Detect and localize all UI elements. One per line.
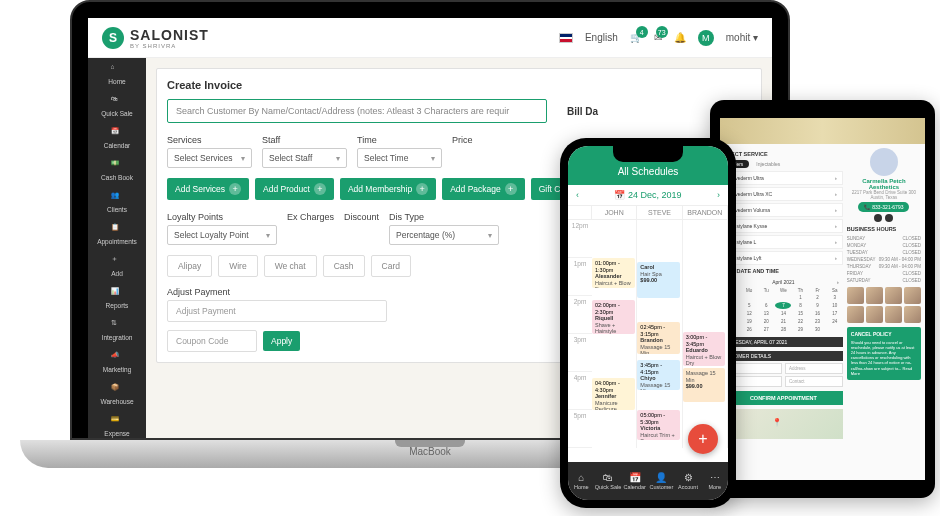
appointment-card[interactable]: 01:00pm - 1:30pmAlexanderHaircut + Blow … bbox=[592, 258, 635, 288]
cal-date[interactable]: 14 bbox=[775, 310, 791, 317]
payment-card[interactable]: Card bbox=[371, 255, 411, 277]
gallery-thumb[interactable] bbox=[904, 287, 921, 304]
time-select[interactable]: Select Time bbox=[357, 148, 442, 168]
gallery-thumb[interactable] bbox=[866, 306, 883, 323]
sidebar-item-warehouse[interactable]: 📦Warehouse bbox=[88, 378, 146, 410]
payment-wechat[interactable]: We chat bbox=[264, 255, 317, 277]
phone-button[interactable]: 📞 833-321-6793 bbox=[858, 202, 909, 212]
tab-more[interactable]: ⋯More bbox=[701, 462, 728, 500]
notifications-icon[interactable]: 🔔 bbox=[674, 32, 686, 43]
gallery-thumb[interactable] bbox=[885, 306, 902, 323]
tab-customer[interactable]: 👤Customer bbox=[648, 462, 675, 500]
cal-date[interactable]: 12 bbox=[741, 310, 757, 317]
cal-date[interactable]: 7 bbox=[775, 302, 791, 309]
customer-address-input[interactable]: Address bbox=[785, 363, 843, 374]
cal-date[interactable]: 1 bbox=[792, 294, 808, 301]
gallery-thumb[interactable] bbox=[866, 287, 883, 304]
cal-date[interactable]: 28 bbox=[775, 326, 791, 333]
cal-date[interactable]: 23 bbox=[810, 318, 826, 325]
tab-quick-sale[interactable]: 🛍Quick Sale bbox=[595, 462, 622, 500]
gallery-thumb[interactable] bbox=[847, 306, 864, 323]
add-product-button[interactable]: Add Product+ bbox=[255, 178, 334, 200]
cal-date[interactable]: 3 bbox=[827, 294, 843, 301]
sidebar-item-appointments[interactable]: 📋Appointments bbox=[88, 218, 146, 250]
service-item[interactable]: Restylane Kysse› bbox=[724, 219, 843, 233]
appointment-card[interactable]: 3:00pm - 3:45pmEduardoHaircut + Blow Dry… bbox=[683, 332, 726, 366]
appointment-card[interactable]: CarolHair Spa$99.00 bbox=[637, 262, 680, 298]
sidebar-item-expense[interactable]: 💳Expense bbox=[88, 410, 146, 438]
date-next-icon[interactable]: › bbox=[717, 190, 720, 200]
coupon-input[interactable]: Coupon Code bbox=[167, 330, 257, 352]
gallery-thumb[interactable] bbox=[904, 306, 921, 323]
cal-date[interactable]: 17 bbox=[827, 310, 843, 317]
cal-date[interactable]: 29 bbox=[792, 326, 808, 333]
adjust-payment-input[interactable]: Adjust Payment bbox=[167, 300, 387, 322]
service-item[interactable]: Restylane Lyft› bbox=[724, 251, 843, 265]
payment-wire[interactable]: Wire bbox=[218, 255, 257, 277]
appointment-card[interactable]: 02:00pm - 2:30pmRiquellShave + Hairstyle… bbox=[592, 300, 635, 334]
sidebar-item-clients[interactable]: 👥Clients bbox=[88, 186, 146, 218]
loyalty-select[interactable]: Select Loyalty Point bbox=[167, 225, 277, 245]
add-membership-button[interactable]: Add Membership+ bbox=[340, 178, 436, 200]
avatar[interactable]: M bbox=[698, 30, 714, 46]
sidebar-item-add[interactable]: ＋Add bbox=[88, 250, 146, 282]
gallery-thumb[interactable] bbox=[847, 287, 864, 304]
calendar-widget[interactable]: ‹April 2021› SuMoTuWeThFrSa 123456789101… bbox=[724, 277, 843, 333]
cal-date[interactable]: 26 bbox=[741, 326, 757, 333]
service-item[interactable]: Juvederm Ultra› bbox=[724, 171, 843, 185]
appointment-card[interactable]: 04:00pm - 4:30pmJenniferManicure Pedicur… bbox=[592, 378, 635, 410]
cal-date[interactable]: 15 bbox=[792, 310, 808, 317]
tab-home[interactable]: ⌂Home bbox=[568, 462, 595, 500]
add-appointment-fab[interactable]: + bbox=[688, 424, 718, 454]
cal-date[interactable]: 24 bbox=[827, 318, 843, 325]
service-item[interactable]: Juvederm Ultra XC› bbox=[724, 187, 843, 201]
cal-date[interactable]: 8 bbox=[792, 302, 808, 309]
sidebar-item-calendar[interactable]: 📅Calendar bbox=[88, 122, 146, 154]
appointment-card[interactable]: 05:00pm - 5:30pmVictoriaHaircut Trim + S… bbox=[637, 410, 680, 440]
sidebar-item-marketing[interactable]: 📣Marketing bbox=[88, 346, 146, 378]
cal-date[interactable]: 6 bbox=[758, 302, 774, 309]
cal-date[interactable]: 2 bbox=[810, 294, 826, 301]
date-prev-icon[interactable]: ‹ bbox=[576, 190, 579, 200]
cart-icon[interactable]: 🛒4 bbox=[630, 32, 642, 43]
add-services-button[interactable]: Add Services+ bbox=[167, 178, 249, 200]
appointment-card[interactable]: 3:45pm - 4:15pmChiyoMassage 15 Min$49.00 bbox=[637, 360, 680, 390]
sidebar-item-reports[interactable]: 📊Reports bbox=[88, 282, 146, 314]
cal-date[interactable]: 5 bbox=[741, 302, 757, 309]
cal-date[interactable]: 27 bbox=[758, 326, 774, 333]
appointment-card[interactable]: 02:45pm - 3:15pmBrandonMassage 15 Min$99… bbox=[637, 322, 680, 354]
instagram-icon[interactable] bbox=[885, 214, 893, 222]
customer-search-input[interactable]: Search Customer By Name/Contact/Address … bbox=[167, 99, 547, 123]
cal-date[interactable]: 13 bbox=[758, 310, 774, 317]
service-item[interactable]: Juvederm Voluma› bbox=[724, 203, 843, 217]
user-menu[interactable]: mohit ▾ bbox=[726, 32, 758, 43]
add-package-button[interactable]: Add Package+ bbox=[442, 178, 525, 200]
cal-date[interactable]: 16 bbox=[810, 310, 826, 317]
customer-contact-input[interactable]: Contact bbox=[785, 376, 843, 387]
sidebar-item-integration[interactable]: ⇅Integration bbox=[88, 314, 146, 346]
logo[interactable]: S SALONIST BY SHRIVRA bbox=[102, 27, 209, 49]
schedule-grid[interactable]: 12pm1pm2pm3pm4pm5pm 01:00pm - 1:30pmAlex… bbox=[568, 220, 728, 448]
payment-alipay[interactable]: Alipay bbox=[167, 255, 212, 277]
cal-date[interactable]: 22 bbox=[792, 318, 808, 325]
cal-date[interactable]: 30 bbox=[810, 326, 826, 333]
cal-date[interactable]: 19 bbox=[741, 318, 757, 325]
staff-select[interactable]: Select Staff bbox=[262, 148, 347, 168]
cal-date[interactable]: 10 bbox=[827, 302, 843, 309]
location-map[interactable] bbox=[724, 409, 843, 439]
sidebar-item-cash-book[interactable]: 💵Cash Book bbox=[88, 154, 146, 186]
appointment-card[interactable]: Massage 15 Min$99.00 bbox=[683, 368, 726, 402]
cal-date[interactable]: 9 bbox=[810, 302, 826, 309]
date-display[interactable]: 📅 24 Dec, 2019 bbox=[614, 190, 681, 200]
tab-calendar[interactable]: 📅Calendar bbox=[621, 462, 648, 500]
sidebar-item-home[interactable]: ⌂Home bbox=[88, 58, 146, 90]
language-selector[interactable]: English bbox=[585, 32, 618, 43]
messages-icon[interactable]: ✉73 bbox=[654, 32, 662, 43]
payment-cash[interactable]: Cash bbox=[323, 255, 365, 277]
cal-date[interactable]: 20 bbox=[758, 318, 774, 325]
facebook-icon[interactable] bbox=[874, 214, 882, 222]
distype-select[interactable]: Percentage (%) bbox=[389, 225, 499, 245]
gallery-thumb[interactable] bbox=[885, 287, 902, 304]
apply-button[interactable]: Apply bbox=[263, 331, 300, 351]
filter-chip[interactable]: Injectables bbox=[752, 160, 784, 168]
